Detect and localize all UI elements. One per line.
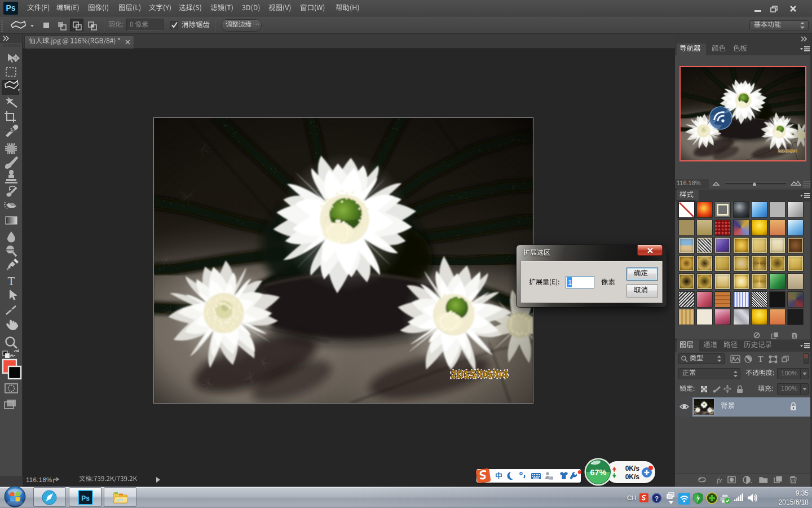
svg-text:67%: 67% — [590, 468, 606, 477]
svg-text:T: T — [8, 274, 15, 288]
svg-text:T: T — [758, 355, 764, 364]
svg-text:?: ? — [655, 495, 659, 502]
svg-text:0K/s: 0K/s — [625, 465, 640, 472]
svg-text:0K/s: 0K/s — [625, 473, 640, 481]
svg-text:10: 10 — [549, 476, 553, 480]
svg-text:fx: fx — [717, 476, 722, 484]
svg-text:Ps: Ps — [81, 494, 90, 502]
